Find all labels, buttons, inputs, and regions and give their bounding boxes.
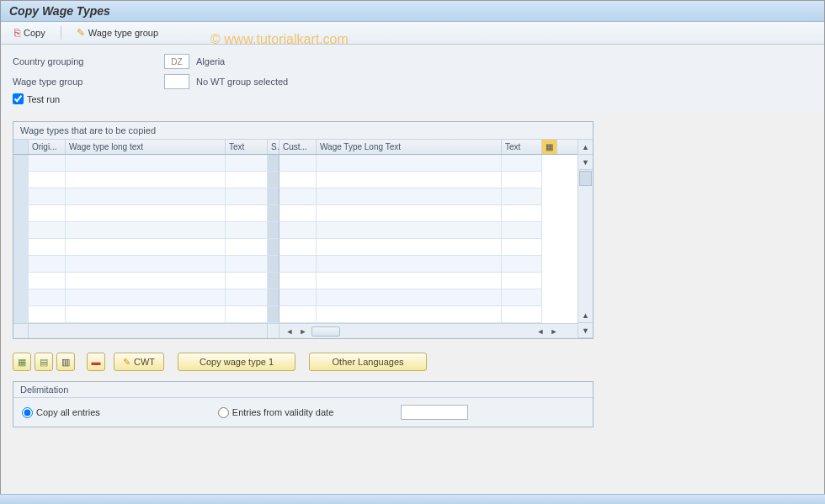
table-cell[interactable] xyxy=(502,239,542,256)
table-cell[interactable] xyxy=(13,273,29,289)
table-cell[interactable] xyxy=(502,306,542,323)
table-cell[interactable] xyxy=(317,239,502,256)
scroll-up-icon[interactable]: ▲ xyxy=(578,140,593,155)
table-row[interactable] xyxy=(13,306,578,323)
table-cell[interactable] xyxy=(317,273,502,289)
table-cell[interactable] xyxy=(502,188,542,205)
table-cell[interactable] xyxy=(66,256,226,273)
table-cell[interactable] xyxy=(29,222,66,239)
table-row[interactable] xyxy=(13,289,578,306)
table-cell[interactable] xyxy=(268,289,279,306)
table-cell[interactable] xyxy=(268,155,279,172)
entries-from-validity-radio-group[interactable]: Entries from validity date xyxy=(218,407,333,418)
table-cell[interactable] xyxy=(29,306,66,323)
table-cell[interactable] xyxy=(317,256,502,273)
table-cell[interactable] xyxy=(317,306,502,323)
table-cell[interactable] xyxy=(502,205,542,222)
table-cell[interactable] xyxy=(226,239,268,256)
table-cell[interactable] xyxy=(268,239,279,256)
table-cell[interactable] xyxy=(317,172,502,188)
other-languages-button[interactable]: Other Languages xyxy=(309,353,427,371)
table-cell[interactable] xyxy=(226,306,268,323)
table-cell[interactable] xyxy=(268,205,279,222)
table-row[interactable] xyxy=(13,239,578,256)
table-cell[interactable] xyxy=(13,205,29,222)
wage-type-group-field[interactable] xyxy=(164,74,189,89)
icon-button-4[interactable]: ▬ xyxy=(87,353,105,371)
table-cell[interactable] xyxy=(29,155,66,172)
hscroll-left2-icon[interactable]: ◄ xyxy=(534,325,547,338)
table-cell[interactable] xyxy=(279,289,317,306)
copy-wage-type-1-button[interactable]: Copy wage type 1 xyxy=(178,353,295,371)
table-cell[interactable] xyxy=(502,222,542,239)
table-row[interactable] xyxy=(13,172,578,188)
table-cell[interactable] xyxy=(226,273,268,289)
hscroll-right-icon[interactable]: ► xyxy=(296,325,310,338)
table-row[interactable] xyxy=(13,155,578,172)
table-cell[interactable] xyxy=(502,273,542,289)
table-cell[interactable] xyxy=(279,155,317,172)
table-cell[interactable] xyxy=(268,256,279,273)
table-cell[interactable] xyxy=(502,289,542,306)
table-cell[interactable] xyxy=(226,155,268,172)
table-cell[interactable] xyxy=(502,256,542,273)
table-cell[interactable] xyxy=(226,289,268,306)
table-cell[interactable] xyxy=(226,172,268,188)
table-cell[interactable] xyxy=(279,222,317,239)
table-row[interactable] xyxy=(13,273,578,289)
table-cell[interactable] xyxy=(268,306,279,323)
table-cell[interactable] xyxy=(268,188,279,205)
table-cell[interactable] xyxy=(317,188,502,205)
table-cell[interactable] xyxy=(13,306,29,323)
table-cell[interactable] xyxy=(13,188,29,205)
col-header-text1[interactable]: Text xyxy=(226,140,268,154)
table-cell[interactable] xyxy=(13,172,29,188)
table-cell[interactable] xyxy=(29,273,66,289)
icon-button-3[interactable]: ▥ xyxy=(56,353,75,371)
table-cell[interactable] xyxy=(66,222,226,239)
icon-button-1[interactable]: ▦ xyxy=(13,353,31,371)
table-row[interactable] xyxy=(13,188,578,205)
country-code-field[interactable]: DZ xyxy=(164,54,189,69)
table-cell[interactable] xyxy=(13,155,29,172)
col-header-longtext1[interactable]: Wage type long text xyxy=(66,140,226,154)
table-cell[interactable] xyxy=(29,188,66,205)
table-cell[interactable] xyxy=(226,205,268,222)
table-cell[interactable] xyxy=(226,256,268,273)
hscroll-left-icon[interactable]: ◄ xyxy=(283,325,296,338)
table-cell[interactable] xyxy=(13,222,29,239)
col-header-cust[interactable]: Cust... xyxy=(279,140,317,154)
validity-date-input[interactable] xyxy=(401,405,468,420)
table-cell[interactable] xyxy=(13,256,29,273)
entries-from-validity-radio[interactable] xyxy=(218,407,229,418)
table-cell[interactable] xyxy=(268,273,279,289)
table-cell[interactable] xyxy=(66,273,226,289)
copy-all-entries-radio-group[interactable]: Copy all entries xyxy=(22,407,100,418)
table-cell[interactable] xyxy=(279,239,317,256)
cwt-button[interactable]: ✎ CWT xyxy=(114,353,164,371)
hscroll-right2-icon[interactable]: ► xyxy=(547,325,561,338)
col-header-longtext2[interactable]: Wage Type Long Text xyxy=(317,140,502,154)
table-cell[interactable] xyxy=(279,172,317,188)
table-cell[interactable] xyxy=(279,306,317,323)
hscroll-thumb[interactable] xyxy=(311,326,340,337)
table-cell[interactable] xyxy=(66,172,226,188)
wage-type-group-button[interactable]: ✎ Wage type group xyxy=(72,25,163,40)
copy-all-entries-radio[interactable] xyxy=(22,407,33,418)
col-header-selector[interactable] xyxy=(13,140,29,154)
table-cell[interactable] xyxy=(29,172,66,188)
table-cell[interactable] xyxy=(66,289,226,306)
table-cell[interactable] xyxy=(29,256,66,273)
table-cell[interactable] xyxy=(226,222,268,239)
table-cell[interactable] xyxy=(317,222,502,239)
table-cell[interactable] xyxy=(66,306,226,323)
table-cell[interactable] xyxy=(13,289,29,306)
table-cell[interactable] xyxy=(226,188,268,205)
scroll-track[interactable] xyxy=(578,187,593,308)
table-row[interactable] xyxy=(13,222,578,239)
table-cell[interactable] xyxy=(66,155,226,172)
table-cell[interactable] xyxy=(317,205,502,222)
table-cell[interactable] xyxy=(66,239,226,256)
table-cell[interactable] xyxy=(279,188,317,205)
scroll-down2-icon[interactable]: ▼ xyxy=(578,323,593,338)
